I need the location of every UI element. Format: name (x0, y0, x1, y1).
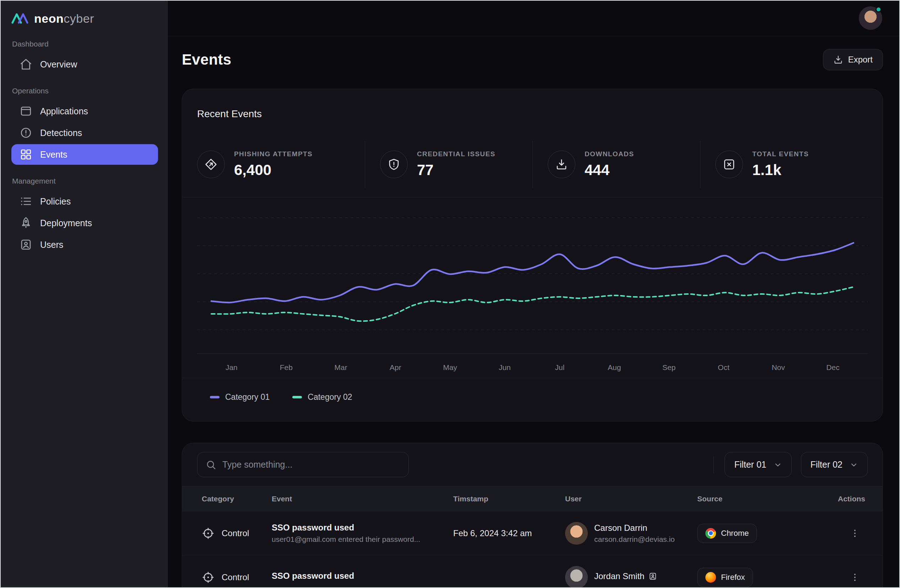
event-title: SSO password used (272, 571, 453, 581)
search-input[interactable] (222, 459, 400, 470)
sidebar-nav: Dashboard Overview Operations Applicatio… (0, 40, 167, 255)
firefox-icon (705, 572, 716, 583)
event-title: SSO password used (272, 523, 453, 533)
table-row[interactable]: Control SSO password used user01@gmail.c… (182, 511, 883, 555)
brand-name-secondary: cyber (64, 12, 94, 25)
user-email: carson.darrin@devias.io (594, 535, 675, 544)
source-cell: Chrome (697, 524, 838, 543)
column-header-user: User (565, 495, 697, 503)
sidebar-item-events[interactable]: Events (11, 144, 158, 165)
nav-section-dashboard: Dashboard Overview (0, 40, 167, 74)
target-icon (202, 571, 214, 584)
main-area: Events Export Recent Events PHISHING ATT… (168, 0, 900, 588)
legend-item-category-01[interactable]: Category 01 (210, 393, 270, 402)
brand-name-primary: neon (34, 12, 64, 25)
section-label-operations: Operations (12, 87, 167, 95)
stat-value: 1.1k (752, 161, 809, 178)
table-row[interactable]: Control SSO password used Jordan Smith (182, 555, 883, 588)
rocket-icon (20, 217, 32, 230)
sidebar-item-label: Detections (40, 128, 82, 138)
nav-section-management: Management Policies Deployments (0, 177, 167, 255)
list-icon (20, 195, 32, 208)
x-tick: Oct (718, 363, 729, 371)
filter-01-label: Filter 01 (734, 459, 766, 470)
x-tick: May (443, 363, 457, 371)
toolbar-filters: Filter 01 Filter 02 (714, 452, 868, 477)
sidebar-item-label: Users (40, 240, 63, 250)
x-tick: Apr (389, 363, 401, 371)
actions-cell (849, 527, 861, 540)
legend-label: Category 01 (225, 393, 270, 402)
sidebar-item-users[interactable]: Users (11, 234, 158, 255)
sidebar-item-label: Policies (40, 196, 71, 207)
filter-02-dropdown[interactable]: Filter 02 (801, 452, 868, 477)
stat-label: TOTAL EVENTS (752, 150, 809, 158)
stat-value: 444 (585, 161, 634, 178)
user-badge-icon (20, 238, 32, 251)
series-category-02-line (211, 287, 853, 321)
user-row-avatar (565, 566, 588, 588)
row-actions-menu-button[interactable] (849, 527, 861, 540)
stat-phishing-attempts: PHISHING ATTEMPTS 6,400 (197, 141, 365, 188)
sidebar-item-label: Deployments (40, 218, 92, 228)
x-tick: Sep (663, 363, 675, 371)
source-chip: Chrome (697, 524, 757, 543)
section-label-management: Management (12, 177, 167, 185)
sidebar: neoncyber Dashboard Overview Operations (0, 0, 168, 588)
search-field[interactable] (197, 452, 409, 477)
grid-icon (20, 148, 32, 161)
legend-swatch-category-01 (210, 396, 219, 399)
stat-credential-issues: CREDENTIAL ISSUES 77 (365, 141, 532, 188)
table-toolbar: Filter 01 Filter 02 (182, 443, 883, 486)
category-cell: Control (202, 527, 272, 540)
actions-cell (849, 571, 861, 584)
table-header-row: Category Event Timstamp User Source Acti… (182, 486, 883, 511)
event-cell: SSO password used user01@gmail.com enter… (272, 523, 453, 544)
toolbar-separator (714, 456, 714, 473)
download-icon (833, 55, 843, 65)
user-badge-icon (649, 572, 657, 580)
diamond-arrow-icon (197, 150, 225, 178)
user-avatar[interactable] (859, 6, 882, 30)
sidebar-item-applications[interactable]: Applications (11, 101, 158, 121)
stats-row: PHISHING ATTEMPTS 6,400 CREDENTIAL ISSUE… (197, 141, 868, 188)
export-button[interactable]: Export (823, 49, 883, 70)
sidebar-item-overview[interactable]: Overview (11, 54, 158, 74)
kebab-icon (850, 572, 860, 582)
user-name: Jordan Smith (594, 571, 657, 581)
online-status-dot (875, 6, 881, 12)
source-cell: Firefox (697, 568, 838, 587)
sidebar-item-policies[interactable]: Policies (11, 191, 158, 212)
events-line-chart: Jan Feb Mar Apr May Jun Jul Aug Sep Oct … (197, 197, 868, 375)
sidebar-item-label: Overview (40, 59, 77, 70)
recent-events-title: Recent Events (197, 108, 868, 119)
kebab-icon (850, 528, 860, 538)
brand-logo[interactable]: neoncyber (0, 0, 167, 37)
x-tick: Jan (225, 363, 237, 371)
chrome-icon (705, 528, 716, 538)
page-header: Events Export (182, 49, 883, 70)
column-header-category: Category (202, 495, 272, 503)
category-cell: Control (202, 571, 272, 584)
column-header-source: Source (697, 495, 838, 503)
stat-value: 6,400 (234, 161, 313, 178)
stat-label: DOWNLOADS (585, 150, 634, 158)
home-icon (20, 58, 32, 71)
brand-logo-icon (11, 12, 28, 25)
sidebar-item-detections[interactable]: Detections (11, 123, 158, 143)
column-header-timestamp: Timstamp (453, 495, 565, 503)
shield-alert-icon (380, 150, 408, 178)
stat-label: CREDENTIAL ISSUES (417, 150, 495, 158)
source-label: Chrome (721, 529, 749, 538)
row-actions-menu-button[interactable] (849, 571, 861, 584)
stat-value: 77 (417, 161, 495, 178)
filter-01-dropdown[interactable]: Filter 01 (725, 452, 791, 477)
sidebar-item-deployments[interactable]: Deployments (11, 213, 158, 233)
x-tick: Mar (335, 363, 348, 371)
nav-section-operations: Operations Applications Detections (0, 87, 167, 165)
events-table-card: Filter 01 Filter 02 Category Event Timst… (182, 443, 883, 588)
legend-item-category-02[interactable]: Category 02 (292, 393, 352, 402)
chart-svg: Jan Feb Mar Apr May Jun Jul Aug Sep Oct … (197, 197, 868, 375)
user-cell: Carson Darrin carson.darrin@devias.io (565, 522, 697, 545)
timestamp-cell: Feb 6, 2024 3:42 am (453, 528, 565, 538)
